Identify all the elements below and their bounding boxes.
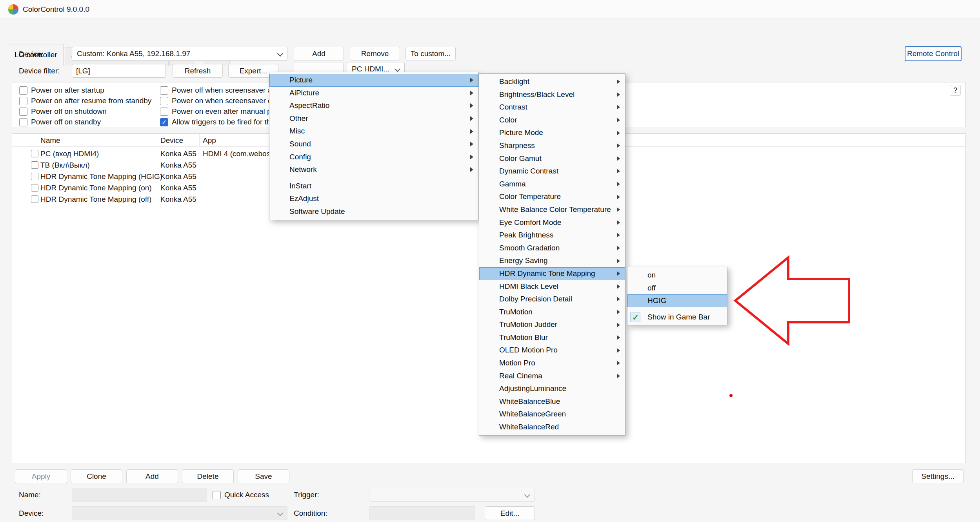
- row-checkbox[interactable]: [31, 150, 38, 157]
- menu-item[interactable]: Software Update: [269, 205, 478, 218]
- submenu-arrow-icon: [617, 284, 620, 289]
- submenu-arrow-icon: [470, 78, 473, 82]
- menu-item[interactable]: Color: [479, 114, 625, 127]
- submenu-arrow-icon: [617, 169, 620, 173]
- menu-item[interactable]: Color Temperature: [479, 190, 625, 203]
- delete-button[interactable]: Delete: [182, 469, 234, 483]
- edit-condition-button[interactable]: Edit...: [485, 506, 535, 520]
- device-filter-input[interactable]: [72, 64, 166, 78]
- help-button[interactable]: ?: [950, 85, 961, 96]
- menu-item[interactable]: Other: [269, 112, 478, 125]
- menu-item[interactable]: Dynamic Contrast: [479, 165, 625, 178]
- app-logo-icon: [8, 4, 19, 15]
- menu-item[interactable]: TruMotion: [479, 306, 625, 319]
- picture-submenu: Backlight Brightness/Black Level Contras…: [479, 73, 625, 436]
- submenu-arrow-icon: [617, 79, 620, 84]
- form-device-select[interactable]: [72, 506, 287, 520]
- power-option[interactable]: Power on after resume from standby: [19, 96, 151, 106]
- add-device-button[interactable]: Add: [294, 47, 344, 60]
- menu-item[interactable]: Peak Brightness: [479, 229, 625, 242]
- row-checkbox[interactable]: [31, 161, 38, 169]
- menu-item[interactable]: AspectRatio: [269, 99, 478, 112]
- menu-item[interactable]: Brightness/Black Level: [479, 88, 625, 101]
- device-select[interactable]: Custom: Konka A55, 192.168.1.97: [72, 47, 287, 61]
- menu-item[interactable]: Gamma: [479, 178, 625, 191]
- checkmark-icon: [630, 312, 640, 322]
- to-custom-button[interactable]: To custom...: [405, 47, 456, 60]
- condition-input[interactable]: [369, 506, 475, 520]
- submenu-arrow-icon: [617, 271, 620, 276]
- remove-device-button[interactable]: Remove: [350, 47, 400, 60]
- row-checkbox[interactable]: [31, 173, 38, 180]
- menu-item[interactable]: Picture Mode: [479, 126, 625, 139]
- submenu-arrow-icon: [617, 297, 620, 301]
- menu-item[interactable]: HDR Dynamic Tone Mapping: [479, 267, 625, 280]
- row-checkbox[interactable]: [31, 195, 38, 203]
- checkbox: [19, 108, 27, 116]
- menu-item[interactable]: Real Cinema: [479, 370, 625, 383]
- checkbox: [160, 86, 168, 95]
- menu-item[interactable]: HGIG: [627, 294, 727, 307]
- red-arrow-annotation: [731, 253, 853, 347]
- menu-item[interactable]: Energy Saving: [479, 254, 625, 267]
- menu-item[interactable]: AiPicture: [269, 87, 478, 100]
- menu-item[interactable]: off: [627, 282, 727, 295]
- save-button[interactable]: Save: [238, 469, 289, 483]
- row-checkbox[interactable]: [31, 184, 38, 192]
- menu-item[interactable]: WhiteBalanceRed: [479, 421, 625, 434]
- menu-item[interactable]: WhiteBalanceGreen: [479, 408, 625, 421]
- submenu-arrow-icon: [617, 220, 620, 225]
- menu-item[interactable]: Misc: [269, 125, 478, 138]
- checkbox: [160, 118, 168, 126]
- menu-item[interactable]: Config: [269, 151, 478, 164]
- title-bar: ColorControl 9.0.0.0: [0, 0, 980, 19]
- submenu-arrow-icon: [617, 310, 620, 314]
- menu-item[interactable]: Motion Pro: [479, 357, 625, 370]
- checkbox: [160, 97, 168, 105]
- menu-item[interactable]: Show in Game Bar: [627, 311, 727, 324]
- submenu-arrow-icon: [617, 348, 620, 353]
- menu-item[interactable]: AdjustingLuminance: [479, 382, 625, 395]
- menu-item[interactable]: Sound: [269, 138, 478, 151]
- menu-item[interactable]: Backlight: [479, 75, 625, 88]
- quick-access-option[interactable]: Quick Access: [213, 490, 269, 500]
- submenu-arrow-icon: [617, 105, 620, 110]
- menu-item[interactable]: Color Gamut: [479, 152, 625, 165]
- apply-button[interactable]: Apply: [15, 469, 67, 483]
- remote-control-button[interactable]: Remote Control: [905, 46, 962, 61]
- menu-item[interactable]: Sharpness: [479, 139, 625, 152]
- menu-item[interactable]: HDMI Black Level: [479, 280, 625, 293]
- column-header-device[interactable]: Device: [157, 134, 200, 146]
- submenu-arrow-icon: [617, 182, 620, 186]
- add-button[interactable]: Add: [126, 469, 178, 483]
- menu-item[interactable]: Contrast: [479, 101, 625, 114]
- menu-item[interactable]: White Balance Color Temperature: [479, 203, 625, 216]
- settings-button[interactable]: Settings...: [912, 469, 964, 483]
- power-option[interactable]: Power off on shutdown: [19, 107, 151, 116]
- menu-item[interactable]: Eye Comfort Mode: [479, 216, 625, 229]
- menu-item[interactable]: Smooth Gradation: [479, 242, 625, 255]
- refresh-button[interactable]: Refresh: [173, 64, 223, 78]
- column-header-name[interactable]: Name: [12, 134, 157, 146]
- menu-item[interactable]: TruMotion Judder: [479, 318, 625, 331]
- power-option[interactable]: Power off on standby: [19, 117, 151, 127]
- power-option[interactable]: Power on after startup: [19, 86, 151, 95]
- menu-item[interactable]: TruMotion Blur: [479, 331, 625, 344]
- submenu-arrow-icon: [470, 167, 473, 172]
- menu-item[interactable]: OLED Motion Pro: [479, 344, 625, 357]
- menu-item[interactable]: Picture: [269, 74, 478, 87]
- menu-item[interactable]: on: [627, 269, 727, 282]
- menu-item[interactable]: InStart: [269, 180, 478, 193]
- submenu-arrow-icon: [617, 361, 620, 365]
- name-input[interactable]: [72, 488, 207, 502]
- menu-item[interactable]: EzAdjust: [269, 192, 478, 205]
- menu-item[interactable]: Dolby Precision Detail: [479, 293, 625, 306]
- trigger-select[interactable]: [369, 488, 535, 502]
- submenu-arrow-icon: [617, 323, 620, 327]
- form-device-label: Device:: [19, 506, 44, 520]
- menu-item[interactable]: WhiteBalanceBlue: [479, 395, 625, 408]
- submenu-arrow-icon: [617, 233, 620, 237]
- menu-item[interactable]: Network: [269, 163, 478, 176]
- submenu-arrow-icon: [470, 91, 473, 95]
- clone-button[interactable]: Clone: [71, 469, 122, 483]
